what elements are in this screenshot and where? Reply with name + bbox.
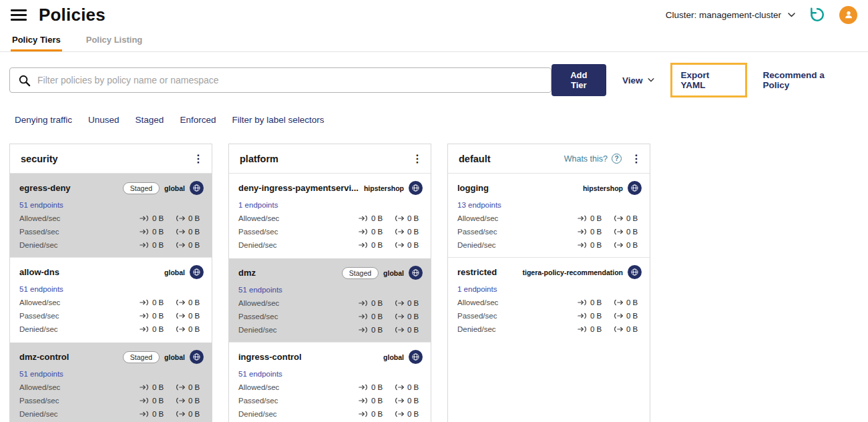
egress-icon [395, 242, 404, 248]
tier-menu-icon[interactable]: ⋮ [412, 152, 423, 165]
stat-label: Passed/sec [19, 228, 59, 236]
policy-card[interactable]: dmz-controlStagedglobal51 endpointsAllow… [10, 341, 212, 422]
tab-policy-listing[interactable]: Policy Listing [85, 29, 144, 51]
ingress-icon [140, 411, 149, 417]
endpoints-link[interactable]: 1 endpoints [457, 285, 642, 293]
stat-row: Allowed/sec0 B0 B [457, 298, 642, 306]
egress-value: 0 B [188, 397, 200, 405]
ingress-stat: 0 B [359, 214, 387, 222]
export-yaml-button[interactable]: Export YAML [670, 63, 747, 97]
tier-column-default: defaultWhats this??⋮logginghipstershop13… [447, 144, 650, 422]
policy-card[interactable]: allow-dnsglobal51 endpointsAllowed/sec0 … [10, 257, 212, 341]
whats-this-link[interactable]: Whats this?? [564, 154, 622, 164]
endpoints-link[interactable]: 51 endpoints [238, 370, 423, 378]
egress-stat: 0 B [176, 410, 204, 418]
filter-label-selectors[interactable]: Filter by label selectors [232, 115, 324, 125]
egress-stat: 0 B [395, 410, 423, 418]
policy-card[interactable]: deny-ingress-paymentservi...hipstershop1… [229, 174, 431, 257]
stat-label: Denied/sec [19, 325, 58, 333]
add-tier-button[interactable]: Add Tier [552, 64, 606, 96]
tier-column-security: security⋮egress-denyStagedglobal51 endpo… [9, 144, 212, 422]
endpoints-link[interactable]: 51 endpoints [19, 370, 204, 378]
ingress-value: 0 B [152, 312, 164, 320]
egress-icon [176, 242, 185, 248]
page-title: Policies [39, 5, 105, 25]
endpoints-link[interactable]: 51 endpoints [19, 201, 204, 209]
filter-unused[interactable]: Unused [88, 115, 120, 125]
egress-icon [176, 411, 185, 417]
ingress-value: 0 B [371, 326, 383, 334]
egress-value: 0 B [407, 299, 419, 307]
policy-meta: Stagedglobal [123, 350, 204, 364]
egress-stat: 0 B [176, 325, 204, 333]
policy-scope: global [164, 353, 185, 361]
endpoints-link[interactable]: 51 endpoints [19, 285, 204, 293]
view-dropdown[interactable]: View [622, 75, 654, 85]
filter-denying-traffic[interactable]: Denying traffic [15, 115, 72, 125]
stat-label: Passed/sec [238, 228, 278, 236]
filter-row: Denying traffic Unused Staged Enforced F… [0, 97, 868, 125]
egress-icon [395, 215, 404, 222]
egress-stat: 0 B [614, 325, 642, 333]
avatar[interactable] [839, 6, 857, 24]
globe-badge-icon [628, 181, 642, 195]
policy-card[interactable]: egress-denyStagedglobal51 endpointsAllow… [10, 174, 212, 257]
ingress-stat: 0 B [140, 298, 168, 306]
stat-label: Passed/sec [238, 312, 278, 321]
filter-enforced[interactable]: Enforced [180, 115, 216, 125]
search-input[interactable] [37, 75, 543, 85]
policy-card[interactable]: ingress-controlglobal51 endpointsAllowed… [229, 342, 431, 422]
history-icon[interactable] [809, 6, 826, 23]
tier-menu-icon[interactable]: ⋮ [193, 152, 204, 165]
egress-icon [614, 215, 623, 222]
endpoints-link[interactable]: 1 endpoints [238, 201, 423, 209]
tier-name: default [459, 154, 491, 164]
stat-label: Denied/sec [457, 241, 496, 249]
policy-meta: hipstershop [583, 181, 642, 195]
toolbar: Add Tier View Export YAML Recommend a Po… [0, 52, 868, 97]
search-box[interactable] [9, 67, 552, 93]
stat-values: 0 B0 B [578, 241, 642, 249]
ingress-stat: 0 B [140, 397, 168, 405]
stat-label: Denied/sec [238, 326, 277, 334]
stat-values: 0 B0 B [140, 383, 204, 391]
cluster-selector[interactable]: Cluster: management-cluster [666, 10, 795, 20]
egress-icon [614, 242, 623, 248]
policy-scope: tigera-policy-recommendation [522, 268, 623, 276]
egress-value: 0 B [407, 312, 419, 321]
recommend-policy-button[interactable]: Recommend a Policy [763, 70, 853, 90]
stat-values: 0 B0 B [578, 228, 642, 236]
stat-label: Passed/sec [457, 228, 497, 236]
egress-stat: 0 B [395, 214, 423, 222]
endpoints-link[interactable]: 51 endpoints [238, 286, 423, 294]
egress-value: 0 B [626, 228, 638, 236]
tier-header: platform⋮ [229, 144, 431, 174]
tiers-row: security⋮egress-denyStagedglobal51 endpo… [0, 125, 868, 422]
ingress-stat: 0 B [140, 410, 168, 418]
egress-stat: 0 B [176, 298, 204, 306]
stat-row: Allowed/sec0 B0 B [457, 214, 642, 222]
tier-menu-icon[interactable]: ⋮ [631, 152, 642, 165]
stat-row: Passed/sec0 B0 B [457, 312, 642, 320]
tab-policy-tiers[interactable]: Policy Tiers [11, 29, 62, 51]
policy-card[interactable]: dmzStagedglobal51 endpointsAllowed/sec0 … [229, 257, 431, 342]
stat-values: 0 B0 B [578, 312, 642, 320]
hamburger-menu-icon[interactable] [11, 9, 27, 21]
endpoints-link[interactable]: 13 endpoints [457, 201, 642, 209]
filter-staged[interactable]: Staged [136, 115, 164, 125]
stat-label: Passed/sec [19, 397, 59, 405]
egress-stat: 0 B [395, 241, 423, 249]
view-label: View [622, 75, 643, 85]
ingress-icon [359, 228, 368, 235]
policy-card[interactable]: restrictedtigera-policy-recommendation1 … [448, 257, 650, 341]
stat-label: Allowed/sec [238, 383, 279, 391]
egress-stat: 0 B [614, 228, 642, 236]
tier-column-platform: platform⋮deny-ingress-paymentservi...hip… [228, 144, 431, 422]
stat-label: Denied/sec [457, 325, 496, 333]
egress-stat: 0 B [614, 312, 642, 320]
egress-stat: 0 B [614, 298, 642, 306]
policy-card[interactable]: logginghipstershop13 endpointsAllowed/se… [448, 174, 650, 257]
stat-row: Denied/sec0 B0 B [19, 325, 204, 333]
egress-value: 0 B [407, 326, 419, 334]
ingress-stat: 0 B [359, 397, 387, 405]
